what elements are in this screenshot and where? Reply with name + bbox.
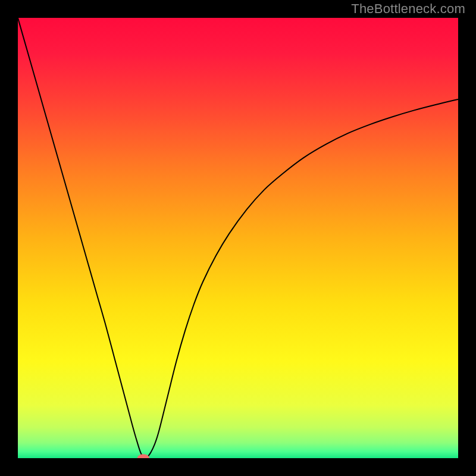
bottleneck-plot <box>18 18 458 458</box>
gradient-background <box>18 18 458 458</box>
watermark-text: TheBottleneck.com <box>351 1 465 17</box>
chart-frame: TheBottleneck.com <box>0 0 476 476</box>
plot-svg <box>18 18 458 458</box>
